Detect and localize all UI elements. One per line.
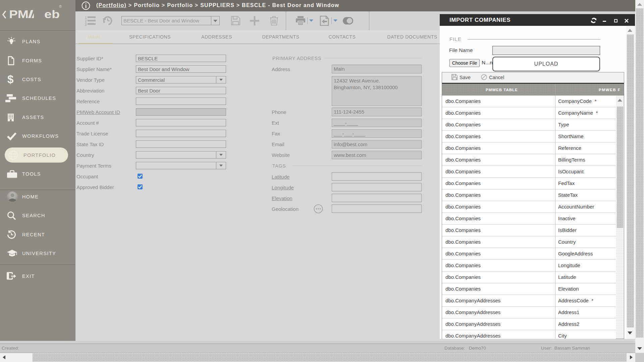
svg-text:eb: eb	[44, 9, 60, 19]
svg-text:PM: PM	[9, 9, 29, 19]
svg-text:3: 3	[85, 23, 87, 26]
